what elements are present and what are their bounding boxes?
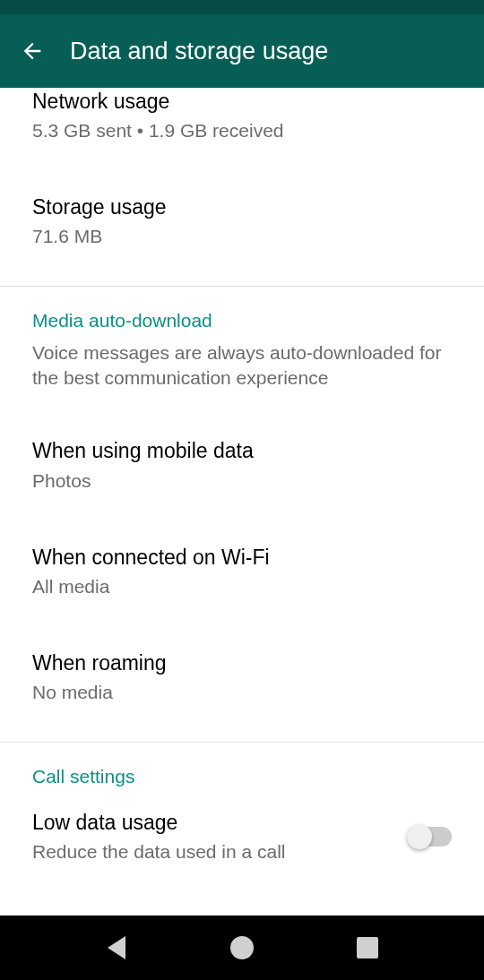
toggle-knob (407, 824, 432, 849)
content-scroll[interactable]: Network usage 5.3 GB sent • 1.9 GB recei… (0, 88, 484, 916)
roaming-item[interactable]: When roaming No media (0, 637, 484, 718)
network-usage-item[interactable]: Network usage 5.3 GB sent • 1.9 GB recei… (0, 88, 484, 156)
nav-back-button[interactable] (103, 934, 130, 961)
nav-recent-button[interactable] (354, 934, 381, 961)
wifi-item[interactable]: When connected on Wi-Fi All media (0, 531, 484, 612)
mobile-data-title: When using mobile data (32, 437, 452, 465)
app-bar: Data and storage usage (0, 14, 484, 88)
nav-home-button[interactable] (229, 934, 255, 961)
navigation-bar (0, 916, 484, 980)
storage-usage-title: Storage usage (32, 193, 452, 221)
roaming-subtitle: No media (32, 680, 452, 705)
square-icon (357, 937, 378, 959)
triangle-icon (108, 936, 125, 959)
mobile-data-subtitle: Photos (32, 469, 452, 494)
storage-usage-item[interactable]: Storage usage 71.6 MB (0, 181, 484, 262)
arrow-left-icon (20, 39, 45, 64)
wifi-subtitle: All media (32, 574, 452, 599)
storage-usage-subtitle: 71.6 MB (32, 224, 452, 249)
mobile-data-item[interactable]: When using mobile data Photos (0, 425, 484, 505)
roaming-title: When roaming (32, 649, 452, 677)
low-data-title: Low data usage (32, 809, 394, 837)
network-usage-subtitle: 5.3 GB sent • 1.9 GB received (32, 118, 452, 143)
low-data-subtitle: Reduce the data used in a call (32, 839, 394, 864)
media-section-header: Media auto-download (0, 287, 484, 340)
low-data-toggle[interactable] (409, 827, 452, 847)
low-data-usage-item[interactable]: Low data usage Reduce the data used in a… (0, 796, 484, 877)
wifi-title: When connected on Wi-Fi (32, 544, 452, 572)
page-title: Data and storage usage (70, 38, 328, 65)
back-button[interactable] (7, 26, 57, 76)
network-usage-title: Network usage (32, 88, 452, 116)
status-bar (0, 0, 484, 14)
media-section-description: Voice messages are always auto-downloade… (0, 340, 484, 406)
circle-icon (230, 936, 254, 959)
call-section-header: Call settings (0, 743, 484, 796)
